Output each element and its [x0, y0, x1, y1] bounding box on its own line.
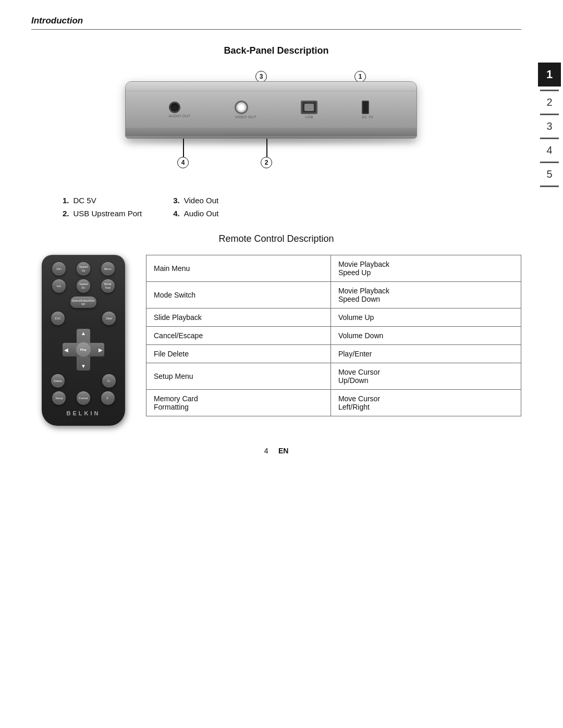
table-row: Cancel/Escape Volume Down: [146, 327, 521, 345]
side-tab-5[interactable]: 5: [538, 165, 561, 183]
remote-img: Vol+ SpeedUp Menu Vol- SpeedDn ModeFwd S…: [31, 255, 136, 426]
remote-table-body: Main Menu Movie PlaybackSpeed Up Mode Sw…: [146, 255, 521, 416]
remote-btn-mode[interactable]: ModeFwd: [101, 279, 115, 293]
device-shadow: [125, 138, 417, 143]
side-tab-4[interactable]: 4: [538, 141, 561, 159]
remote-btn-z-minus[interactable]: Z-: [101, 391, 115, 405]
remote-row-4: ESC Slide: [47, 312, 120, 325]
remote-btn-delete[interactable]: Delete: [51, 374, 65, 388]
component-1: 1. DC 5V: [63, 196, 142, 205]
table-cell-memory-card: Memory CardFormatting: [146, 390, 331, 416]
dpad-right-arrow[interactable]: ▶: [99, 347, 103, 353]
component-3: 3. Video Out: [173, 196, 218, 205]
remote-layout: Vol+ SpeedUp Menu Vol- SpeedDn ModeFwd S…: [31, 255, 521, 426]
component-3-num: 3.: [173, 196, 180, 205]
table-row: File Delete Play/Enter: [146, 345, 521, 363]
side-divider-5: [540, 186, 559, 187]
component-2-num: 2.: [63, 209, 69, 218]
component-4-label: Audio Out: [184, 209, 219, 218]
remote-btn-esc[interactable]: ESC: [51, 312, 65, 325]
component-3-label: Video Out: [184, 196, 218, 205]
remote-btn-speed-dn[interactable]: SpeedDn: [77, 279, 90, 293]
device-illustration: 1 3 AUDIO OUT VIDEO OUT: [99, 66, 454, 180]
callout-2: 2: [261, 157, 272, 168]
page-footer: 4 EN: [31, 447, 521, 455]
remote-btn-vol-plus[interactable]: Vol+: [52, 262, 66, 276]
table-cell-setup-menu: Setup Menu: [146, 363, 331, 390]
side-tab-2[interactable]: 2: [538, 93, 561, 112]
remote-btn-slide[interactable]: Slide: [102, 312, 116, 325]
back-panel-heading: Back-Panel Description: [31, 45, 521, 56]
page-lang: EN: [278, 447, 288, 455]
table-cell-cursor-updown: Move CursorUp/Down: [331, 363, 521, 390]
remote-btn-speed-up[interactable]: SpeedUp: [77, 262, 90, 276]
component-4: 4. Audio Out: [173, 209, 218, 218]
table-cell-mode-switch: Mode Switch: [146, 282, 331, 309]
remote-btn-select[interactable]: Select/Default/De-lgn: [70, 297, 96, 308]
callout-line-2: [266, 139, 267, 157]
audio-out-port: [169, 102, 180, 113]
video-out-port: [235, 101, 248, 114]
table-cell-slide-playback: Slide Playback: [146, 309, 331, 327]
table-row: Setup Menu Move CursorUp/Down: [146, 363, 521, 390]
remote-btn-setup[interactable]: Setup: [52, 391, 66, 405]
main-content: Introduction Back-Panel Description 1 3 …: [31, 0, 521, 455]
table-cell-volume-up: Volume Up: [331, 309, 521, 327]
dc-port: [362, 101, 369, 114]
remote-row-5: Delete Z+: [47, 374, 120, 388]
remote-btn-format[interactable]: Format: [77, 391, 90, 405]
remote-dpad: Play ▲ ▼ ◀ ▶: [63, 329, 104, 371]
back-panel-section: Back-Panel Description 1 3 AUDIO OUT: [31, 45, 521, 180]
device-body: AUDIO OUT VIDEO OUT USB DC 5V: [125, 81, 417, 139]
dpad-up-arrow[interactable]: ▲: [81, 330, 86, 336]
side-divider-3: [540, 138, 559, 139]
dpad-center[interactable]: Play: [76, 342, 91, 357]
remote-btn-z-plus[interactable]: Z+: [102, 374, 116, 388]
remote-heading: Remote Control Description: [31, 233, 521, 244]
callout-1: 1: [354, 71, 366, 82]
remote-table: Main Menu Movie PlaybackSpeed Up Mode Sw…: [146, 255, 521, 416]
remote-brand: BELKIN: [47, 410, 120, 416]
port-usb: USB: [301, 101, 317, 119]
table-row: Main Menu Movie PlaybackSpeed Up: [146, 255, 521, 282]
table-cell-main-menu: Main Menu: [146, 255, 331, 282]
remote-btn-vol-minus[interactable]: Vol-: [52, 279, 66, 293]
dpad-left-arrow[interactable]: ◀: [64, 347, 68, 353]
table-row: Mode Switch Movie PlaybackSpeed Down: [146, 282, 521, 309]
components-col-right: 3. Video Out 4. Audio Out: [173, 196, 218, 218]
table-cell-cancel-escape: Cancel/Escape: [146, 327, 331, 345]
dpad-down-arrow[interactable]: ▼: [81, 363, 86, 369]
port-audio-out: AUDIO OUT: [169, 102, 191, 118]
table-cell-volume-down: Volume Down: [331, 327, 521, 345]
table-cell-movie-speeddown: Movie PlaybackSpeed Down: [331, 282, 521, 309]
remote-row-6: Setup Format Z-: [47, 391, 120, 405]
page-number: 4: [264, 447, 268, 455]
audio-out-label: AUDIO OUT: [169, 114, 191, 118]
dc-label: DC 5V: [362, 115, 373, 119]
usb-label: USB: [301, 115, 317, 119]
remote-row-1: Vol+ SpeedUp Menu: [47, 262, 120, 276]
side-tabs: 1 2 3 4 5: [536, 63, 563, 189]
table-cell-movie-speedup: Movie PlaybackSpeed Up: [331, 255, 521, 282]
component-2: 2. USB Upstream Port: [63, 209, 142, 218]
remote-btn-menu[interactable]: Menu: [101, 262, 115, 276]
device-bottom: [126, 128, 417, 136]
callout-4: 4: [177, 157, 189, 168]
callout-line-4: [183, 139, 184, 157]
components-col-left: 1. DC 5V 2. USB Upstream Port: [63, 196, 142, 218]
device-top-edge: [126, 82, 417, 91]
side-divider-4: [540, 162, 559, 163]
video-out-label: VIDEO OUT: [235, 115, 256, 119]
side-tab-1[interactable]: 1: [538, 63, 561, 87]
side-divider-1: [540, 90, 559, 91]
usb-port-inner: [304, 104, 314, 111]
component-1-num: 1.: [63, 196, 69, 205]
component-4-num: 4.: [173, 209, 180, 218]
table-cell-play-enter: Play/Enter: [331, 345, 521, 363]
side-tab-3[interactable]: 3: [538, 117, 561, 135]
table-cell-cursor-leftright: Move CursorLeft/Right: [331, 390, 521, 416]
remote-section: Remote Control Description Vol+ SpeedUp …: [31, 233, 521, 426]
component-2-label: USB Upstream Port: [74, 209, 142, 218]
components-list: 1. DC 5V 2. USB Upstream Port 3. Video O…: [63, 196, 521, 218]
port-video-out: VIDEO OUT: [235, 101, 256, 119]
